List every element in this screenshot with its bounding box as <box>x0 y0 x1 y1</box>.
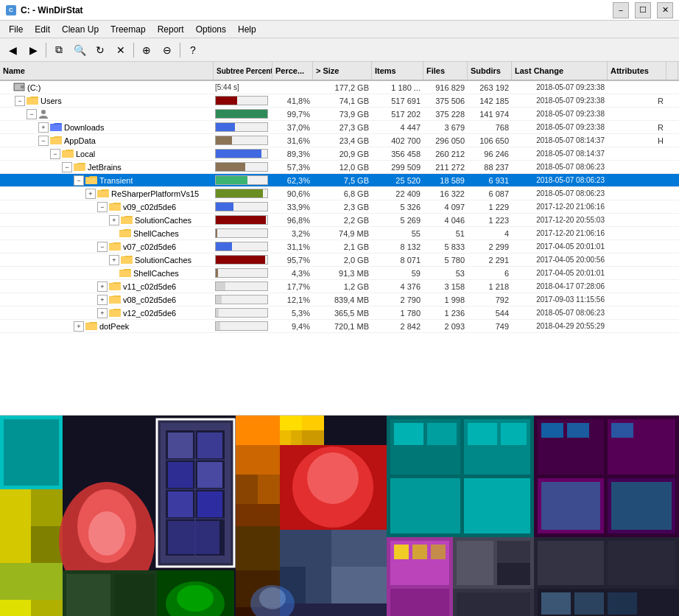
svg-rect-32 <box>236 416 280 445</box>
table-row[interactable]: (C:)[5:44 s]177,2 GB1 180 ...916 829263 … <box>0 81 679 94</box>
folder-icon <box>74 162 85 172</box>
svg-rect-80 <box>611 423 633 438</box>
menu-file[interactable]: File <box>3 23 29 36</box>
cell-size: 27,3 GB <box>313 123 372 132</box>
svg-rect-57 <box>390 478 460 533</box>
item-name: v12_c02d5de6 <box>123 309 176 318</box>
close-button[interactable]: ✕ <box>657 2 673 18</box>
folder-icon <box>85 321 97 331</box>
find-button[interactable]: 🔍 <box>70 41 89 60</box>
cell-size: 91,3 MB <box>313 269 372 278</box>
cell-items: 2 842 <box>372 322 423 331</box>
cell-subdirs: 6 <box>468 269 512 278</box>
table-row[interactable]: +v11_c02d5de617,7%1,2 GB4 3763 1581 2182… <box>0 280 679 293</box>
back-button[interactable]: ◀ <box>3 41 22 60</box>
expand-icon[interactable]: − <box>97 242 108 252</box>
name-cell: −Local <box>0 149 214 159</box>
table-row[interactable]: ShellCaches3,2%74,9 MB555142017-12-20 21… <box>0 227 679 240</box>
expand-icon[interactable]: − <box>50 149 60 159</box>
treemap-visualization[interactable] <box>0 416 679 616</box>
cell-lastChange: 2017-04-05 20:01:01 <box>512 269 608 277</box>
table-row[interactable]: −Transient62,3%7,5 GB25 52018 5896 93120… <box>0 174 679 187</box>
menu-bar: File Edit Clean Up Treemap Report Option… <box>0 21 679 38</box>
table-row[interactable]: +v12_c02d5de65,3%365,5 MB1 7801 23654420… <box>0 307 679 320</box>
table-row[interactable]: −Users41,8%74,1 GB517 691375 506142 1852… <box>0 94 679 108</box>
subtree-bar-cell <box>214 281 272 292</box>
expand-icon[interactable]: + <box>97 308 108 318</box>
svg-rect-71 <box>497 541 530 563</box>
stop-button[interactable]: ✕ <box>111 41 130 60</box>
cell-subdirs: 768 <box>468 123 512 132</box>
minimize-button[interactable]: − <box>613 2 629 18</box>
col-files[interactable]: Files <box>423 62 468 80</box>
expand-icon[interactable]: + <box>38 122 49 133</box>
col-lastchange[interactable]: Last Change <box>512 62 608 80</box>
svg-rect-29 <box>168 491 193 517</box>
table-row[interactable]: +SolutionCaches96,8%2,2 GB5 2694 0461 22… <box>0 214 679 227</box>
col-percent[interactable]: Perce... <box>272 62 313 80</box>
item-name: Transient <box>99 176 133 185</box>
expand-icon[interactable]: + <box>85 189 96 199</box>
col-attributes[interactable]: Attributes <box>608 62 666 80</box>
expand-icon[interactable]: − <box>15 96 25 106</box>
menu-cleanup[interactable]: Clean Up <box>56 23 105 36</box>
table-row[interactable]: +v08_c02d5de612,1%839,4 MB2 7901 9987922… <box>0 293 679 307</box>
tree-body[interactable]: (C:)[5:44 s]177,2 GB1 180 ...916 829263 … <box>0 81 679 416</box>
svg-rect-78 <box>541 423 563 438</box>
cell-attrs: R <box>608 97 666 105</box>
svg-rect-42 <box>280 430 291 445</box>
table-row[interactable]: −v09_c02d5de633,9%2,3 GB5 3264 0971 2292… <box>0 200 679 214</box>
cell-lastChange: 2018-05-07 09:23:38 <box>512 123 608 131</box>
zoom-out-button[interactable]: ⊖ <box>158 41 177 60</box>
table-row[interactable]: −Local89,3%20,9 GB356 458260 21296 24620… <box>0 147 679 161</box>
svg-rect-9 <box>0 489 31 563</box>
col-subdirs[interactable]: Subdirs <box>468 62 512 80</box>
table-row[interactable]: −JetBrains57,3%12,0 GB299 509211 27288 2… <box>0 161 679 174</box>
cell-items: 4 447 <box>372 123 423 132</box>
expand-icon[interactable]: + <box>97 281 108 292</box>
col-items[interactable]: Items <box>372 62 423 80</box>
menu-options[interactable]: Options <box>190 23 232 36</box>
copy-button[interactable]: ⧉ <box>49 41 68 60</box>
zoom-in-button[interactable]: ⊕ <box>137 41 156 60</box>
col-name[interactable]: Name <box>0 62 214 80</box>
expand-icon[interactable]: + <box>97 295 108 305</box>
folder-icon <box>109 242 121 251</box>
table-row[interactable]: −99,7%73,9 GB517 202375 228141 9742018-0… <box>0 108 679 121</box>
cell-pct: 57,3% <box>272 163 313 172</box>
table-row[interactable]: −v07_c02d5de631,1%2,1 GB8 1325 8332 2992… <box>0 240 679 253</box>
expand-icon[interactable]: − <box>74 175 84 186</box>
table-row[interactable]: +dotPeek9,4%720,1 MB2 8422 0937492018-04… <box>0 320 679 333</box>
cell-files: 18 589 <box>423 176 468 185</box>
col-size[interactable]: > Size <box>313 62 372 80</box>
expand-icon[interactable]: − <box>97 202 108 212</box>
table-row[interactable]: −AppData31,6%23,4 GB402 700296 050106 65… <box>0 134 679 147</box>
scan-button[interactable]: ▶ <box>24 41 43 60</box>
item-name: ReSharperPlatformVs15 <box>111 189 199 198</box>
menu-report[interactable]: Report <box>152 23 190 36</box>
cell-subdirs: 749 <box>468 322 512 331</box>
cell-lastChange: 2018-05-07 09:23:38 <box>512 110 608 118</box>
cell-files: 5 833 <box>423 242 468 251</box>
help-button[interactable]: ? <box>183 41 203 60</box>
table-row[interactable]: ShellCaches4,3%91,3 MB595362017-04-05 20… <box>0 267 679 280</box>
refresh-button[interactable]: ↻ <box>91 41 110 60</box>
item-name: v09_c02d5de6 <box>123 203 176 211</box>
table-row[interactable]: +ReSharperPlatformVs1590,6%6,8 GB22 4091… <box>0 187 679 200</box>
expand-icon[interactable]: + <box>74 321 84 332</box>
name-cell: − <box>0 109 214 119</box>
expand-icon[interactable]: − <box>38 136 49 146</box>
menu-treemap[interactable]: Treemap <box>105 23 152 36</box>
menu-edit[interactable]: Edit <box>29 23 56 36</box>
table-row[interactable]: +Downloads37,0%27,3 GB4 4473 6797682018-… <box>0 121 679 134</box>
menu-help[interactable]: Help <box>232 23 262 36</box>
expand-icon[interactable]: + <box>109 215 119 225</box>
cell-lastChange: 2018-05-07 08:06:23 <box>512 163 608 171</box>
cell-pct: 9,4% <box>272 322 313 331</box>
maximize-button[interactable]: ☐ <box>635 2 651 18</box>
expand-icon[interactable]: − <box>27 109 37 119</box>
expand-icon[interactable]: + <box>109 255 119 265</box>
expand-icon[interactable]: − <box>62 162 72 172</box>
table-row[interactable]: +SolutionCaches95,7%2,0 GB8 0715 7802 29… <box>0 253 679 267</box>
cell-attrs: H <box>608 136 666 145</box>
